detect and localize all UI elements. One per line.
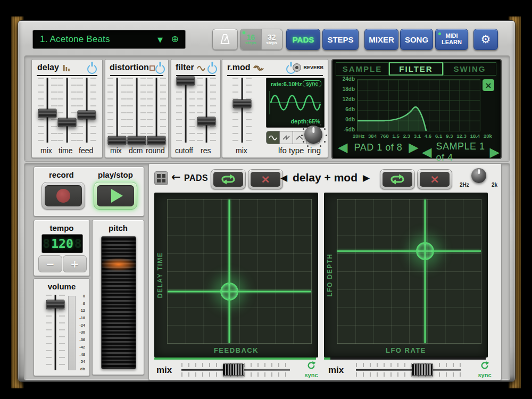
tab-pads[interactable]: PADS	[286, 29, 320, 50]
rmod-mix-slider[interactable]	[232, 78, 252, 143]
preset-add-icon[interactable]: ⊕	[171, 34, 179, 44]
distortion-title: distortion	[110, 63, 149, 72]
xy-title-nav: ◀ delay + mod ▶	[280, 171, 370, 184]
tab-song[interactable]: SONG	[400, 29, 433, 50]
xy-pad-lfo[interactable]: LFO DEPTH LFO RATE	[324, 193, 488, 358]
volume-thumb[interactable]	[46, 300, 65, 309]
xy-pad-grid[interactable]	[167, 199, 312, 344]
next-mode-icon[interactable]: ▶	[363, 172, 370, 183]
distortion-dcm-slider[interactable]	[127, 78, 146, 143]
freq-label: 384	[368, 133, 377, 139]
lfo-sync-button[interactable]: sync	[303, 80, 321, 87]
loop-button-left[interactable]	[211, 169, 246, 189]
delay-power-icon[interactable]	[87, 64, 97, 74]
filter-icon	[197, 65, 205, 71]
xy-pad-delay[interactable]: DELAY TIME FEEDBACK	[154, 193, 318, 358]
delay-feed-slider[interactable]	[77, 78, 96, 143]
xy-pad-x-label: LFO RATE	[325, 346, 487, 354]
filter-curve	[358, 80, 480, 131]
xy-puck[interactable]	[220, 282, 238, 301]
tab-sample[interactable]: SAMPLE	[336, 62, 389, 76]
rmod-mix-thumb[interactable]	[233, 99, 252, 108]
sample-prev-icon[interactable]: ◀	[422, 146, 431, 159]
preset-display[interactable]: 1. Acetone Beats ▼ ⊕	[32, 30, 186, 49]
filter-power-icon[interactable]	[207, 64, 217, 74]
scale-tick: -54	[79, 359, 85, 364]
mix-thumb-left[interactable]	[223, 364, 244, 376]
lfo-type-saw[interactable]	[280, 131, 293, 144]
play-stop-button[interactable]	[94, 182, 137, 210]
distortion-mix-thumb[interactable]	[108, 136, 127, 145]
sync-button-left[interactable]: sync	[302, 361, 320, 378]
tempo-plus-button[interactable]: +	[63, 255, 87, 272]
tab-steps[interactable]: STEPS	[322, 29, 359, 50]
filter-cutoff-slider[interactable]	[176, 78, 195, 143]
steps-32-button[interactable]: 32 steps	[261, 29, 282, 49]
delay-time-slider[interactable]	[57, 78, 77, 143]
metronome-button[interactable]	[212, 29, 238, 50]
pad-prev-icon[interactable]: ◀	[338, 141, 347, 154]
distortion-mix-slider[interactable]	[107, 78, 127, 143]
volume-slider[interactable]	[46, 295, 65, 370]
reverb-label: REVERB	[303, 65, 323, 70]
loop-button-right[interactable]	[380, 169, 415, 189]
distortion-round-thumb[interactable]	[147, 136, 166, 145]
xy-puck[interactable]	[416, 242, 434, 260]
lfo-type-sine[interactable]	[267, 131, 280, 144]
delay-feed-thumb[interactable]	[78, 110, 96, 119]
xy-progress-track	[154, 358, 316, 360]
tab-mixer[interactable]: MIXER	[364, 29, 398, 50]
metronome-icon	[219, 33, 231, 46]
settings-button[interactable]: ⚙	[473, 29, 498, 50]
tempo-minus-button[interactable]: −	[38, 255, 62, 272]
filter-res-slider[interactable]	[197, 78, 216, 143]
pad-next-icon[interactable]: ▶	[409, 141, 418, 154]
filter-res-thumb[interactable]	[197, 117, 216, 126]
mix-label-right: mix	[328, 365, 344, 376]
filter-res-label: res	[201, 146, 211, 155]
distortion-power-icon[interactable]	[155, 64, 165, 74]
prev-mode-icon[interactable]: ◀	[280, 172, 287, 183]
xy-pad-grid[interactable]	[337, 199, 481, 344]
delay-mix-thumb[interactable]	[38, 109, 57, 118]
midi-learn-button[interactable]: MIDI LEARN	[435, 29, 468, 50]
db-label-24: 24db	[343, 76, 355, 82]
preset-dropdown-icon[interactable]: ▼	[157, 36, 163, 44]
delay-mix-slider[interactable]	[38, 78, 57, 143]
record-button[interactable]	[41, 182, 85, 210]
tempo-display: 8 120 8	[41, 234, 83, 253]
tab-pads-label: PADS	[293, 35, 314, 44]
tab-filter-label: FILTER	[399, 64, 433, 73]
filter-cutoff-thumb[interactable]	[177, 77, 195, 86]
tempo-ghost: 8	[43, 237, 50, 251]
back-arrow-icon[interactable]: ←	[171, 171, 181, 184]
steps-16-button[interactable]: 16 steps	[240, 29, 261, 49]
distortion-dcm-thumb[interactable]	[128, 136, 146, 145]
clear-button-right[interactable]: ×	[417, 169, 452, 189]
pitch-wheel[interactable]	[101, 236, 136, 369]
filter-response-plot[interactable]	[357, 79, 480, 131]
ring-knob[interactable]	[304, 126, 322, 144]
tab-filter[interactable]: FILTER	[389, 62, 443, 76]
mix-thumb-right[interactable]	[412, 364, 433, 376]
sync-label: sync	[476, 372, 494, 378]
delay-time-thumb[interactable]	[58, 118, 77, 127]
mix-slider-left[interactable]	[181, 363, 290, 377]
divider	[227, 75, 323, 76]
grid-view-button[interactable]	[154, 171, 168, 185]
freq-label: 9.3	[446, 133, 453, 139]
clear-button-left[interactable]: ×	[248, 169, 283, 189]
mix-slider-right[interactable]	[356, 363, 461, 377]
reverb-button[interactable]: REVERB	[293, 63, 323, 72]
freq-label: 768	[380, 133, 389, 139]
freq-label: 3.1	[414, 133, 421, 139]
distortion-round-slider[interactable]	[147, 78, 166, 143]
sync-button-right[interactable]: sync	[476, 361, 494, 378]
rate-range-knob[interactable]	[471, 168, 486, 183]
filter-close-button[interactable]: ×	[483, 79, 494, 91]
tab-swing[interactable]: SWING	[443, 62, 496, 76]
sample-next-icon[interactable]: ▶	[490, 146, 500, 159]
back-pads-label[interactable]: PADS	[184, 173, 208, 183]
steps-32-label: steps	[266, 41, 277, 45]
fx-rmod-panel: r.mod REVERB mix rate:6.10Hz sync	[222, 59, 328, 158]
